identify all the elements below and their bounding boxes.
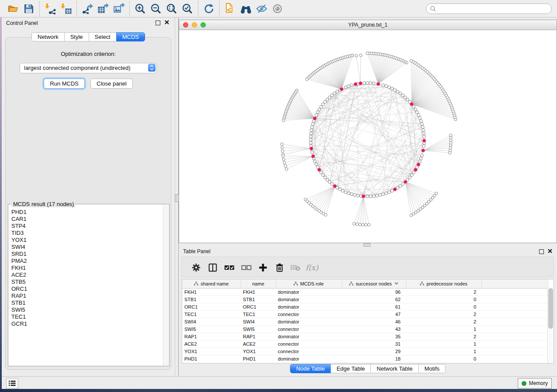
delete-table-button[interactable]: [289, 261, 302, 274]
table-row[interactable]: SWI4SWI4dominator462: [182, 318, 548, 326]
open-file-button[interactable]: [5, 1, 21, 16]
column-header-MCDS-role[interactable]: MCDS role: [276, 279, 342, 289]
graph-node[interactable]: [311, 123, 315, 126]
table-row[interactable]: ACE2ACE2connector311: [182, 340, 548, 348]
graph-node[interactable]: [363, 82, 366, 85]
graph-node[interactable]: [318, 108, 321, 111]
graph-node[interactable]: [336, 90, 339, 93]
mcds-result-item[interactable]: ORC1: [11, 285, 169, 292]
table-settings-button[interactable]: [190, 261, 203, 274]
mcds-list-scrollbar[interactable]: [163, 205, 169, 365]
mcds-result-item[interactable]: STP4: [11, 223, 169, 230]
graph-node[interactable]: [328, 181, 331, 184]
graph-node[interactable]: [310, 129, 313, 132]
hide-graphics-details-button[interactable]: [254, 1, 270, 16]
zoom-fit-button[interactable]: [164, 1, 180, 16]
graph-node[interactable]: [326, 98, 329, 101]
tab-edge-table[interactable]: Edge Table: [330, 364, 371, 373]
graph-node[interactable]: [382, 193, 385, 196]
column-header-successor-nodes[interactable]: successor nodes: [342, 279, 406, 289]
graph-node[interactable]: [315, 113, 318, 117]
save-session-button[interactable]: [21, 1, 37, 16]
graph-node[interactable]: [311, 151, 314, 154]
graph-node[interactable]: [396, 90, 399, 93]
graph-node[interactable]: [366, 82, 369, 85]
graph-node[interactable]: [372, 195, 375, 198]
vertical-splitter[interactable]: [175, 17, 179, 376]
graph-node[interactable]: [309, 135, 312, 138]
graph-node[interactable]: [406, 98, 409, 101]
graph-node[interactable]: [353, 222, 355, 225]
graph-node[interactable]: [421, 126, 424, 129]
graph-node[interactable]: [415, 111, 419, 114]
task-history-button[interactable]: [6, 378, 18, 389]
graph-node[interactable]: [435, 192, 437, 195]
tab-select[interactable]: Select: [89, 32, 117, 41]
horizontal-splitter[interactable]: [179, 243, 557, 247]
graph-node[interactable]: [309, 132, 312, 135]
run-mcds-button[interactable]: Run MCDS: [44, 79, 85, 89]
function-builder-button[interactable]: f(x): [305, 261, 318, 274]
network-window-titlebar[interactable]: YPA_prune.txt_1: [179, 20, 557, 30]
mcds-result-item[interactable]: SRD1: [11, 251, 169, 258]
graph-node[interactable]: [341, 189, 344, 193]
table-row[interactable]: YOX1YOX1connector291: [182, 348, 548, 355]
graph-hub-node[interactable]: [313, 117, 316, 120]
graph-node[interactable]: [311, 126, 314, 129]
graph-node[interactable]: [393, 89, 396, 92]
mcds-result-item[interactable]: SWI4: [11, 244, 169, 251]
graph-node[interactable]: [350, 193, 353, 196]
graph-node[interactable]: [421, 154, 424, 157]
graph-node[interactable]: [382, 84, 385, 87]
import-table-button[interactable]: [58, 1, 74, 16]
graph-node[interactable]: [322, 174, 325, 177]
graph-node[interactable]: [347, 192, 350, 195]
graph-node[interactable]: [422, 129, 425, 132]
graph-node[interactable]: [282, 119, 285, 121]
graph-node[interactable]: [281, 146, 284, 149]
graph-hub-node[interactable]: [318, 168, 321, 172]
mcds-result-item[interactable]: PHD1: [11, 209, 169, 216]
graph-node[interactable]: [359, 223, 361, 226]
export-network-button[interactable]: [80, 1, 95, 16]
graph-hub-node[interactable]: [421, 149, 425, 152]
export-image-button[interactable]: [111, 1, 127, 16]
graph-node[interactable]: [399, 185, 402, 188]
graph-hub-node[interactable]: [410, 102, 413, 106]
mcds-result-item[interactable]: STB5: [11, 279, 169, 285]
graph-node[interactable]: [369, 195, 372, 198]
mcds-result-item[interactable]: YOX1: [11, 237, 169, 244]
scrollbar-thumb[interactable]: [548, 288, 553, 329]
tab-motifs[interactable]: Motifs: [418, 364, 446, 373]
graph-hub-node[interactable]: [377, 82, 380, 86]
graph-hub-node[interactable]: [362, 194, 365, 198]
graph-hub-node[interactable]: [309, 147, 313, 150]
graph-node[interactable]: [360, 54, 362, 56]
float-panel-icon[interactable]: [156, 21, 160, 25]
graph-node[interactable]: [282, 158, 285, 161]
zoom-out-button[interactable]: [148, 1, 164, 16]
graph-node[interactable]: [385, 85, 388, 88]
show-columns-button[interactable]: [206, 261, 219, 274]
graph-node[interactable]: [391, 87, 394, 90]
graph-hub-node[interactable]: [333, 184, 336, 188]
graph-node[interactable]: [324, 213, 327, 216]
graph-node[interactable]: [356, 194, 360, 197]
tab-mcds[interactable]: MCDS: [116, 32, 145, 41]
graph-node[interactable]: [281, 155, 284, 157]
graph-node[interactable]: [328, 96, 331, 99]
graph-node[interactable]: [315, 163, 318, 166]
graph-node[interactable]: [414, 108, 417, 111]
graph-node[interactable]: [404, 96, 407, 99]
close-panel-button[interactable]: Close panel: [90, 79, 133, 89]
graph-node[interactable]: [347, 85, 350, 88]
graph-node[interactable]: [283, 161, 286, 164]
graph-hub-node[interactable]: [354, 83, 357, 86]
new-network-from-selection-button[interactable]: [222, 1, 238, 16]
column-header-predecessor-nodes[interactable]: predecessor nodes: [406, 279, 481, 289]
graph-node[interactable]: [309, 141, 312, 144]
graph-node[interactable]: [417, 113, 420, 117]
graph-node[interactable]: [322, 103, 325, 106]
zoom-selected-button[interactable]: [180, 1, 195, 16]
graph-node[interactable]: [313, 160, 316, 163]
